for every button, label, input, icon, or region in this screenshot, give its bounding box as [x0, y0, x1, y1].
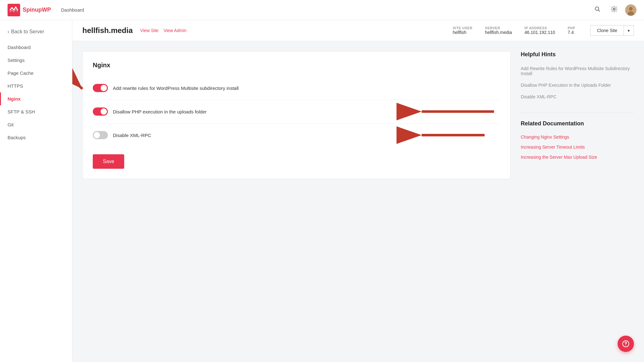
help-fab[interactable] [618, 336, 634, 352]
content-inner: Nginx Add rewrite rules for WordPress Mu… [72, 41, 644, 189]
logo-area[interactable]: SpinupWP [8, 4, 51, 16]
doc-link-1[interactable]: Increasing Server Timeout Limits [521, 142, 634, 152]
toggle-multisite[interactable] [93, 84, 108, 92]
toggle-xml-rpc[interactable] [93, 131, 108, 139]
search-icon [594, 6, 601, 12]
dashboard-nav[interactable]: Dashboard [61, 7, 84, 13]
main-panel: Nginx Add rewrite rules for WordPress Mu… [82, 51, 511, 179]
settings-button[interactable] [608, 3, 620, 17]
sidebar-item-backups[interactable]: Backups [0, 131, 72, 144]
view-admin-link[interactable]: View Admin [164, 28, 186, 33]
clone-site-button[interactable]: Clone Site [590, 25, 624, 36]
related-docs-title: Related Documentation [521, 120, 634, 127]
meta-ip: IP ADDRESS 46.101.192.110 [525, 26, 555, 35]
svg-point-4 [629, 7, 633, 11]
doc-link-0[interactable]: Changing Nginx Settings [521, 132, 634, 142]
arrow-annotation-3 [412, 127, 494, 143]
search-button[interactable] [592, 3, 603, 16]
sidebar-item-settings[interactable]: Settings [0, 54, 72, 67]
helpful-hints-title: Helpful Hints [521, 51, 634, 58]
back-label: Back to Server [11, 29, 44, 35]
help-icon [622, 340, 630, 348]
view-site-link[interactable]: View Site [140, 28, 158, 33]
helpful-hints: Helpful Hints Add Rewrite Rules for Word… [521, 51, 634, 102]
toggle-xml-rpc-label: Disable XML-RPC [113, 133, 151, 138]
side-panel: Helpful Hints Add Rewrite Rules for Word… [521, 51, 634, 179]
logo-text: SpinupWP [23, 7, 51, 13]
sidebar-item-https[interactable]: HTTPS [0, 80, 72, 92]
gear-icon [611, 6, 618, 13]
top-bar-actions [592, 3, 636, 17]
nginx-card-title: Nginx [93, 62, 500, 69]
toggle-php-execution-slider [93, 107, 108, 116]
hint-item-0[interactable]: Add Rewrite Rules for WordPress Multisit… [521, 63, 634, 80]
toggle-multisite-label: Add rewrite rules for WordPress Multisit… [113, 85, 239, 91]
back-to-server[interactable]: ‹ Back to Server [0, 25, 72, 41]
back-arrow-icon: ‹ [8, 29, 9, 35]
content-area: hellfish.media View Site View Admin SITE… [72, 20, 644, 362]
toggle-row-3: Disable XML-RPC [93, 123, 500, 147]
clone-btn-group: Clone Site ▾ [590, 25, 634, 36]
toggle-php-execution[interactable] [93, 107, 108, 116]
top-nav: Dashboard [61, 7, 592, 13]
avatar-image [625, 4, 636, 16]
toggle-multisite-slider [93, 84, 108, 92]
site-title: hellfish.media [82, 26, 133, 35]
save-button[interactable]: Save [93, 154, 124, 169]
toggle-xml-rpc-slider [93, 131, 108, 139]
top-bar: SpinupWP Dashboard [0, 0, 644, 20]
avatar[interactable] [625, 4, 636, 16]
hint-item-1[interactable]: Disallow PHP Execution in the Uploads Fo… [521, 80, 634, 91]
sidebar: ‹ Back to Server Dashboard Settings Page… [0, 20, 72, 362]
site-meta: SITE USER hellfish SERVER hellfish.media… [453, 26, 575, 35]
sidebar-item-nginx[interactable]: Nginx [0, 92, 72, 105]
related-docs: Related Documentation Changing Nginx Set… [521, 120, 634, 162]
toggle-php-execution-label: Disallow PHP execution in the uploads fo… [113, 109, 207, 114]
logo-icon [8, 4, 20, 16]
sidebar-item-git[interactable]: Git [0, 118, 72, 131]
sidebar-item-sftp-ssh[interactable]: SFTP & SSH [0, 105, 72, 118]
toggle-row-1: Add rewrite rules for WordPress Multisit… [93, 76, 500, 100]
sidebar-item-dashboard[interactable]: Dashboard [0, 41, 72, 54]
nginx-card: Nginx Add rewrite rules for WordPress Mu… [82, 51, 511, 179]
arrow-annotation-2 [412, 104, 507, 119]
hint-item-2[interactable]: Disable XML-RPC [521, 91, 634, 102]
clone-site-dropdown[interactable]: ▾ [624, 25, 634, 36]
sidebar-item-page-cache[interactable]: Page Cache [0, 67, 72, 80]
meta-site-user: SITE USER hellfish [453, 26, 473, 35]
meta-php: PHP 7.4 [568, 26, 575, 35]
svg-point-12 [625, 345, 626, 346]
toggle-row-2: Disallow PHP execution in the uploads fo… [93, 100, 500, 123]
meta-server: SERVER hellfish.media [485, 26, 512, 35]
doc-link-2[interactable]: Increasing the Server Max Upload Size [521, 152, 634, 162]
sub-header: hellfish.media View Site View Admin SITE… [72, 20, 644, 41]
svg-point-2 [613, 8, 615, 10]
